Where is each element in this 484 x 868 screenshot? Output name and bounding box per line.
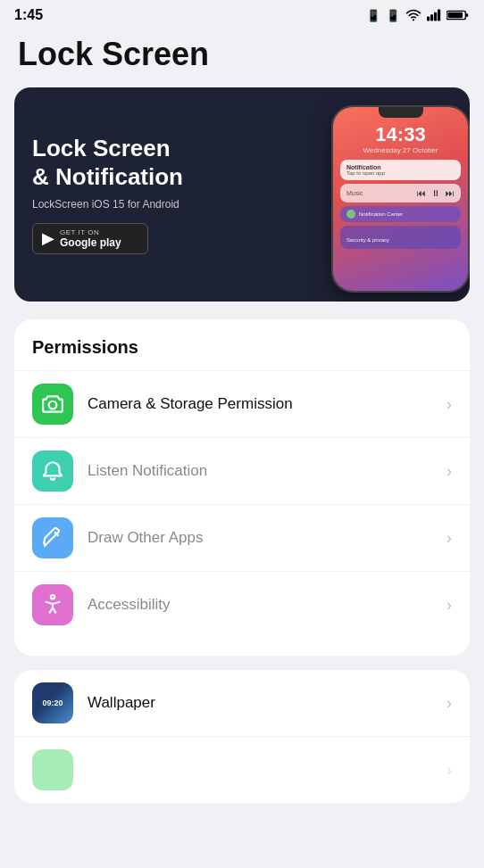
permission-item-draw[interactable]: Draw Other Apps › bbox=[14, 504, 470, 571]
permission-item-accessibility[interactable]: Accessibility › bbox=[14, 571, 470, 638]
green-item-chevron: › bbox=[446, 761, 452, 780]
settings-item-wallpaper[interactable]: 09:20 Wallpaper › bbox=[14, 670, 470, 737]
accessibility-label: Accessibility bbox=[88, 596, 432, 614]
accessibility-chevron: › bbox=[446, 596, 452, 615]
draw-apps-icon bbox=[32, 517, 73, 558]
sim1-icon: 📱 bbox=[366, 9, 380, 22]
status-time: 1:45 bbox=[14, 7, 43, 23]
sim2-icon: 📱 bbox=[386, 9, 400, 22]
permissions-card: Permissions Camera & Storage Permission … bbox=[14, 319, 470, 656]
svg-point-8 bbox=[51, 595, 54, 599]
status-icons: 📱 📱 bbox=[366, 9, 470, 22]
play-store-icon: ▶ bbox=[42, 228, 54, 248]
banner-headline: Lock Screen& Notification bbox=[32, 135, 452, 190]
svg-point-7 bbox=[49, 401, 57, 409]
notification-icon bbox=[32, 451, 73, 492]
banner-text-area: Lock Screen& Notification LockScreen iOS… bbox=[14, 110, 470, 278]
wallpaper-label: Wallpaper bbox=[88, 694, 432, 712]
permission-item-notification[interactable]: Listen Notification › bbox=[14, 437, 470, 504]
draw-apps-chevron: › bbox=[446, 529, 452, 548]
camera-storage-chevron: › bbox=[446, 395, 452, 414]
app-banner: Lock Screen& Notification LockScreen iOS… bbox=[14, 87, 470, 302]
draw-apps-label: Draw Other Apps bbox=[88, 529, 432, 547]
play-store-name-label: Google play bbox=[60, 236, 121, 249]
wallpaper-icon: 09:20 bbox=[32, 682, 73, 723]
svg-rect-0 bbox=[427, 17, 430, 21]
camera-storage-label: Camera & Storage Permission bbox=[88, 395, 432, 413]
permissions-title: Permissions bbox=[14, 337, 470, 370]
svg-rect-2 bbox=[434, 12, 437, 21]
page-title: Lock Screen bbox=[0, 27, 484, 87]
svg-rect-1 bbox=[430, 14, 433, 21]
wifi-icon bbox=[405, 9, 421, 21]
svg-rect-5 bbox=[465, 13, 468, 17]
wallpaper-chevron: › bbox=[446, 694, 452, 713]
banner-subtext: LockScreen iOS 15 for Android bbox=[32, 198, 452, 211]
battery-icon bbox=[446, 9, 470, 21]
permission-item-camera[interactable]: Camera & Storage Permission › bbox=[14, 370, 470, 437]
settings-item-green[interactable]: › bbox=[14, 737, 470, 803]
accessibility-icon bbox=[32, 584, 73, 625]
notification-label: Listen Notification bbox=[88, 462, 432, 480]
green-item-icon bbox=[32, 749, 73, 790]
signal-icon bbox=[427, 9, 441, 21]
wallpaper-time-inner: 09:20 bbox=[42, 699, 63, 707]
status-bar: 1:45 📱 📱 bbox=[0, 0, 484, 27]
google-play-button[interactable]: ▶ GET IT ON Google play bbox=[32, 223, 148, 254]
svg-rect-3 bbox=[438, 10, 440, 21]
play-get-it-label: GET IT ON bbox=[60, 228, 121, 236]
camera-storage-icon bbox=[32, 384, 73, 425]
svg-rect-6 bbox=[447, 12, 463, 19]
notification-chevron: › bbox=[446, 462, 452, 481]
settings-card: 09:20 Wallpaper › › bbox=[14, 670, 470, 803]
